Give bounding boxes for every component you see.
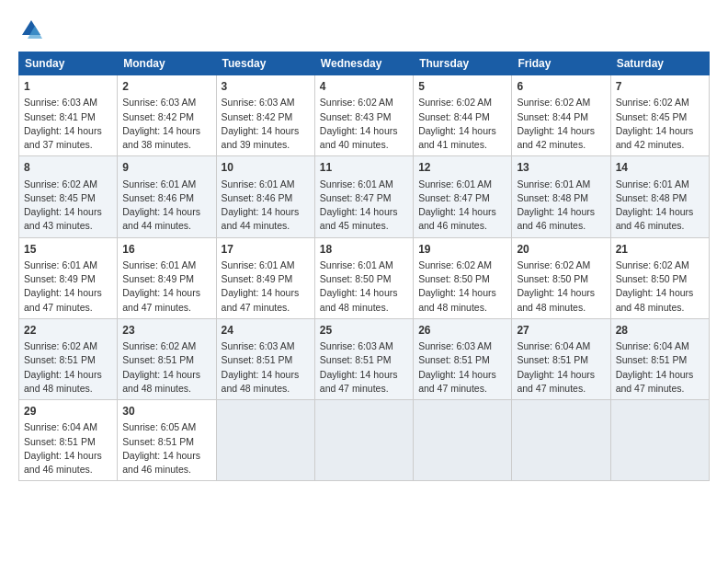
- day-cell: [610, 400, 709, 481]
- sunrise: Sunrise: 6:01 AM: [222, 178, 295, 190]
- day-number: 23: [122, 323, 210, 339]
- col-header-sunday: Sunday: [19, 52, 118, 75]
- sunrise: Sunrise: 6:03 AM: [222, 340, 295, 351]
- sunset: Sunset: 8:50 PM: [320, 273, 392, 284]
- daylight: Daylight: 14 hours and 48 minutes.: [222, 369, 300, 394]
- day-number: 25: [320, 323, 408, 339]
- day-number: 12: [418, 160, 506, 176]
- daylight: Daylight: 14 hours and 46 minutes.: [517, 206, 595, 231]
- col-header-monday: Monday: [118, 52, 216, 75]
- daylight: Daylight: 14 hours and 46 minutes.: [418, 206, 496, 231]
- day-number: 19: [418, 242, 506, 258]
- day-number: 1: [24, 79, 112, 95]
- daylight: Daylight: 14 hours and 46 minutes.: [122, 450, 200, 475]
- sunrise: Sunrise: 6:01 AM: [122, 259, 196, 270]
- sunset: Sunset: 8:45 PM: [616, 111, 688, 122]
- day-cell: 2 Sunrise: 6:03 AM Sunset: 8:42 PM Dayli…: [118, 75, 216, 156]
- day-cell: 30 Sunrise: 6:05 AM Sunset: 8:51 PM Dayl…: [118, 400, 216, 481]
- sunset: Sunset: 8:49 PM: [24, 273, 96, 284]
- sunrise: Sunrise: 6:02 AM: [517, 97, 590, 108]
- daylight: Daylight: 14 hours and 48 minutes.: [320, 287, 398, 312]
- daylight: Daylight: 14 hours and 45 minutes.: [320, 206, 398, 231]
- daylight: Daylight: 14 hours and 42 minutes.: [517, 125, 595, 150]
- day-number: 11: [320, 160, 408, 176]
- day-cell: 14 Sunrise: 6:01 AM Sunset: 8:48 PM Dayl…: [610, 156, 709, 237]
- calendar-table: SundayMondayTuesdayWednesdayThursdayFrid…: [18, 52, 710, 481]
- day-number: 14: [616, 160, 704, 176]
- sunset: Sunset: 8:51 PM: [616, 354, 688, 365]
- week-row-3: 15 Sunrise: 6:01 AM Sunset: 8:49 PM Dayl…: [19, 237, 710, 318]
- day-number: 18: [320, 242, 408, 258]
- week-row-4: 22 Sunrise: 6:02 AM Sunset: 8:51 PM Dayl…: [19, 318, 710, 399]
- daylight: Daylight: 14 hours and 43 minutes.: [24, 206, 102, 231]
- sunset: Sunset: 8:47 PM: [320, 192, 392, 203]
- sunrise: Sunrise: 6:02 AM: [24, 340, 97, 351]
- daylight: Daylight: 14 hours and 37 minutes.: [24, 125, 102, 150]
- daylight: Daylight: 14 hours and 48 minutes.: [24, 369, 102, 394]
- day-number: 6: [517, 79, 605, 95]
- day-number: 8: [24, 160, 112, 176]
- sunrise: Sunrise: 6:01 AM: [122, 178, 196, 190]
- sunrise: Sunrise: 6:02 AM: [320, 97, 393, 108]
- daylight: Daylight: 14 hours and 47 minutes.: [320, 369, 398, 394]
- sunset: Sunset: 8:44 PM: [418, 111, 490, 122]
- daylight: Daylight: 14 hours and 47 minutes.: [222, 287, 300, 312]
- sunset: Sunset: 8:51 PM: [122, 354, 194, 365]
- sunset: Sunset: 8:43 PM: [320, 111, 392, 122]
- header: [18, 17, 710, 42]
- sunset: Sunset: 8:48 PM: [517, 192, 588, 203]
- day-cell: 8 Sunrise: 6:02 AM Sunset: 8:45 PM Dayli…: [19, 156, 118, 237]
- sunrise: Sunrise: 6:02 AM: [616, 97, 689, 108]
- day-cell: 1 Sunrise: 6:03 AM Sunset: 8:41 PM Dayli…: [19, 75, 118, 156]
- sunset: Sunset: 8:50 PM: [517, 273, 588, 284]
- daylight: Daylight: 14 hours and 38 minutes.: [122, 125, 200, 150]
- logo-icon: [18, 17, 44, 42]
- day-cell: 23 Sunrise: 6:02 AM Sunset: 8:51 PM Dayl…: [118, 318, 216, 399]
- sunrise: Sunrise: 6:02 AM: [616, 259, 689, 270]
- col-header-thursday: Thursday: [414, 52, 512, 75]
- day-cell: 17 Sunrise: 6:01 AM Sunset: 8:49 PM Dayl…: [216, 237, 314, 318]
- daylight: Daylight: 14 hours and 41 minutes.: [418, 125, 496, 150]
- day-cell: [314, 400, 413, 481]
- sunrise: Sunrise: 6:03 AM: [222, 97, 295, 108]
- sunset: Sunset: 8:51 PM: [222, 354, 293, 365]
- sunrise: Sunrise: 6:05 AM: [122, 421, 196, 432]
- sunrise: Sunrise: 6:01 AM: [616, 178, 689, 190]
- day-cell: 13 Sunrise: 6:01 AM Sunset: 8:48 PM Dayl…: [512, 156, 610, 237]
- header-row: SundayMondayTuesdayWednesdayThursdayFrid…: [19, 52, 710, 75]
- day-number: 4: [320, 79, 408, 95]
- sunrise: Sunrise: 6:02 AM: [418, 97, 492, 108]
- day-cell: [414, 400, 512, 481]
- daylight: Daylight: 14 hours and 39 minutes.: [222, 125, 300, 150]
- day-cell: 12 Sunrise: 6:01 AM Sunset: 8:47 PM Dayl…: [414, 156, 512, 237]
- daylight: Daylight: 14 hours and 44 minutes.: [222, 206, 300, 231]
- sunset: Sunset: 8:51 PM: [24, 354, 96, 365]
- day-cell: 29 Sunrise: 6:04 AM Sunset: 8:51 PM Dayl…: [19, 400, 118, 481]
- week-row-5: 29 Sunrise: 6:04 AM Sunset: 8:51 PM Dayl…: [19, 400, 710, 481]
- sunset: Sunset: 8:46 PM: [222, 192, 293, 203]
- daylight: Daylight: 14 hours and 47 minutes.: [616, 369, 694, 394]
- day-cell: 18 Sunrise: 6:01 AM Sunset: 8:50 PM Dayl…: [314, 237, 413, 318]
- sunset: Sunset: 8:46 PM: [122, 192, 194, 203]
- day-number: 2: [122, 79, 210, 95]
- day-number: 5: [418, 79, 506, 95]
- day-cell: 20 Sunrise: 6:02 AM Sunset: 8:50 PM Dayl…: [512, 237, 610, 318]
- sunrise: Sunrise: 6:03 AM: [24, 97, 97, 108]
- sunrise: Sunrise: 6:04 AM: [616, 340, 689, 351]
- sunset: Sunset: 8:47 PM: [418, 192, 490, 203]
- sunrise: Sunrise: 6:04 AM: [517, 340, 590, 351]
- daylight: Daylight: 14 hours and 44 minutes.: [122, 206, 200, 231]
- daylight: Daylight: 14 hours and 47 minutes.: [24, 287, 102, 312]
- col-header-friday: Friday: [512, 52, 610, 75]
- daylight: Daylight: 14 hours and 47 minutes.: [517, 369, 595, 394]
- sunset: Sunset: 8:49 PM: [122, 273, 194, 284]
- sunset: Sunset: 8:48 PM: [616, 192, 688, 203]
- sunset: Sunset: 8:51 PM: [418, 354, 490, 365]
- day-cell: 4 Sunrise: 6:02 AM Sunset: 8:43 PM Dayli…: [314, 75, 413, 156]
- day-number: 16: [122, 242, 210, 258]
- col-header-wednesday: Wednesday: [314, 52, 413, 75]
- day-cell: 27 Sunrise: 6:04 AM Sunset: 8:51 PM Dayl…: [512, 318, 610, 399]
- day-cell: [512, 400, 610, 481]
- logo: [18, 17, 48, 42]
- col-header-saturday: Saturday: [610, 52, 709, 75]
